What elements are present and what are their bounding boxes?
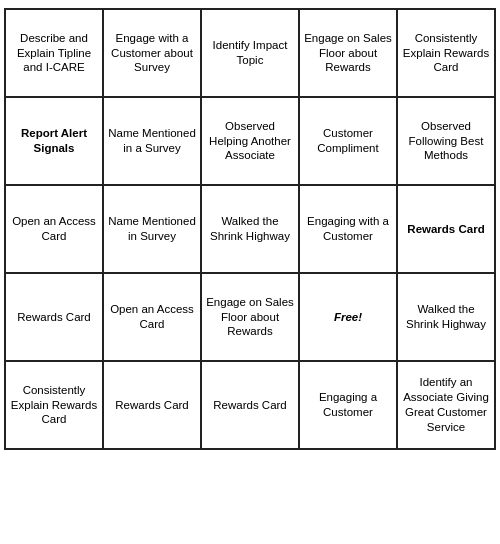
cell-4-4: Identify an Associate Giving Great Custo… [397,361,495,449]
cell-3-0: Rewards Card [5,273,103,361]
cell-3-4: Walked the Shrink Highway [397,273,495,361]
cell-0-0: Describe and Explain Tipline and I-CARE [5,9,103,97]
cell-3-3: Free! [299,273,397,361]
cell-1-1: Name Mentioned in a Survey [103,97,201,185]
cell-2-0: Open an Access Card [5,185,103,273]
cell-3-2: Engage on Sales Floor about Rewards [201,273,299,361]
cell-2-3: Engaging with a Customer [299,185,397,273]
cell-4-3: Engaging a Customer [299,361,397,449]
cell-1-0: Report Alert Signals [5,97,103,185]
bingo-board: Describe and Explain Tipline and I-CAREE… [4,8,496,450]
cell-4-1: Rewards Card [103,361,201,449]
cell-2-4: Rewards Card [397,185,495,273]
cell-0-2: Identify Impact Topic [201,9,299,97]
cell-0-3: Engage on Sales Floor about Rewards [299,9,397,97]
bingo-title [0,0,500,8]
cell-0-4: Consistently Explain Rewards Card [397,9,495,97]
cell-2-1: Name Mentioned in Survey [103,185,201,273]
cell-4-2: Rewards Card [201,361,299,449]
cell-0-1: Engage with a Customer about Survey [103,9,201,97]
cell-2-2: Walked the Shrink Highway [201,185,299,273]
cell-1-2: Observed Helping Another Associate [201,97,299,185]
cell-3-1: Open an Access Card [103,273,201,361]
cell-4-0: Consistently Explain Rewards Card [5,361,103,449]
cell-1-3: Customer Compliment [299,97,397,185]
cell-1-4: Observed Following Best Methods [397,97,495,185]
